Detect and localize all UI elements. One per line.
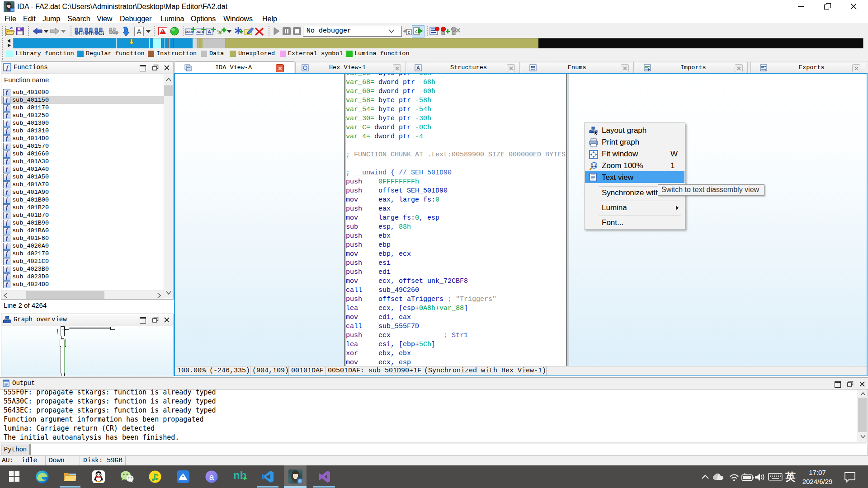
svg-text:T: T [90, 31, 93, 36]
svg-text:c: c [415, 29, 418, 34]
svg-text:A: A [416, 65, 420, 70]
svg-text:'s: 's [217, 28, 222, 36]
svg-text:101: 101 [99, 32, 104, 35]
svg-text:DATA: DATA [196, 30, 204, 33]
svg-text:A: A [208, 29, 211, 34]
svg-text:1:1: 1:1 [592, 164, 596, 167]
svg-text:c: c [408, 30, 410, 35]
svg-text:a: a [209, 472, 214, 482]
svg-text:#: # [80, 32, 83, 36]
